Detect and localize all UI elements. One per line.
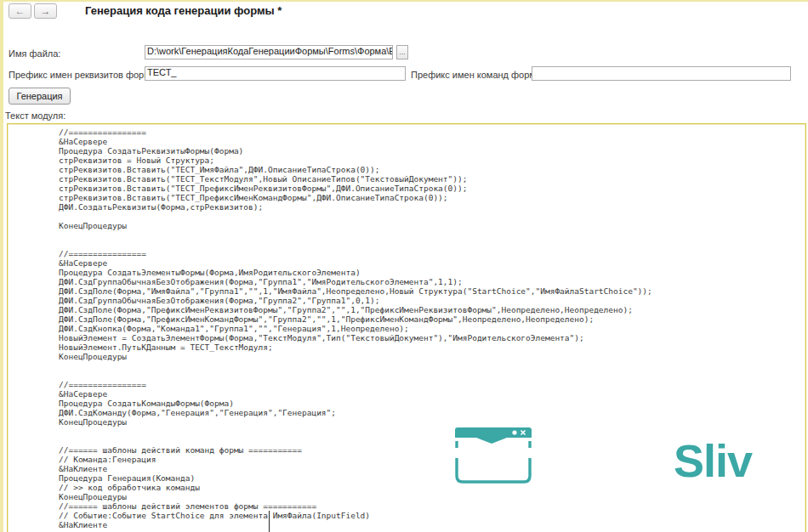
navigation-buttons: ← → xyxy=(9,3,57,19)
forward-arrow-icon: → xyxy=(41,5,51,17)
page-title: Генерация кода генерации формы * xyxy=(85,4,282,17)
generate-button[interactable]: Генерация xyxy=(9,88,71,105)
app-window: ← → Генерация кода генерации формы * Имя… xyxy=(0,0,808,532)
back-button[interactable]: ← xyxy=(9,3,31,19)
forward-button[interactable]: → xyxy=(34,3,57,19)
file-browse-button[interactable]: ... xyxy=(396,45,408,59)
top-edge-stripe xyxy=(0,0,808,2)
module-text-label: Текст модуля: xyxy=(5,110,65,121)
attr-prefix-input[interactable]: ТЕСТ_ xyxy=(145,66,406,81)
attr-prefix-label: Префикс имен реквизитов формы: xyxy=(9,70,160,80)
back-arrow-icon: ← xyxy=(15,5,26,17)
cmd-prefix-input[interactable] xyxy=(532,66,791,81)
cmd-prefix-label: Префикс имен команд формы: xyxy=(411,70,545,80)
browser-window-icon xyxy=(455,427,532,484)
watermark-brand-text: Sliv xyxy=(674,438,752,484)
file-name-input[interactable]: D:\work\ГенерацияКодаГенерацииФормы\Form… xyxy=(145,45,393,59)
file-name-label: Имя файла: xyxy=(9,48,60,59)
text-caret xyxy=(269,511,270,532)
left-edge-stripe xyxy=(0,0,3,532)
